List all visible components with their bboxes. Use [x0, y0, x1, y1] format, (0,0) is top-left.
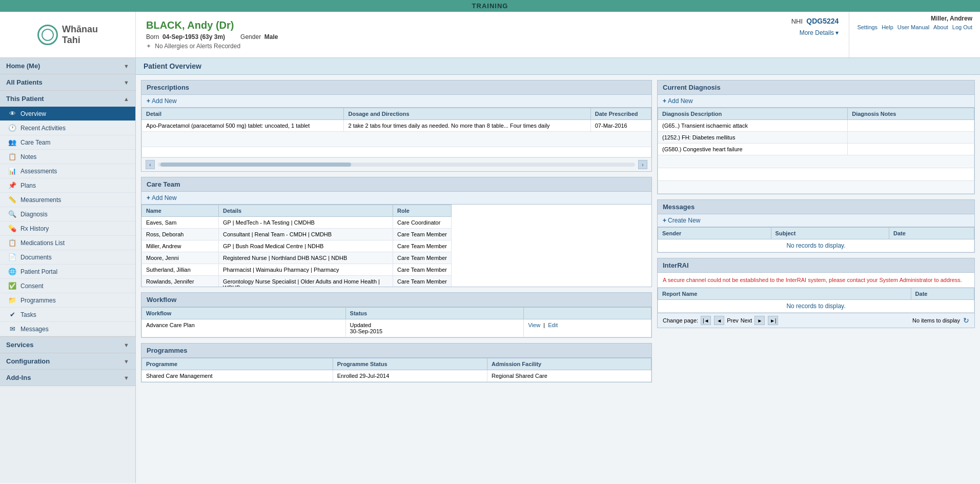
logout-link[interactable]: Log Out: [952, 24, 972, 30]
allergy-info: ✦ No Allergies or Alerts Recorded: [146, 43, 771, 50]
last-page-btn[interactable]: ►|: [768, 316, 778, 325]
sidebar-all-patients-label: All Patients: [6, 78, 43, 86]
refresh-btn[interactable]: ↻: [963, 316, 969, 325]
workflow-col-actions: [524, 308, 651, 319]
prev-page-btn[interactable]: ◄: [714, 316, 724, 325]
prog-facility: Regional Shared Care: [487, 370, 651, 382]
sidebar-item-notes[interactable]: 📋 Notes: [0, 150, 135, 164]
diagnosis-table: Diagnosis Description Diagnosis Notes (G…: [658, 108, 974, 194]
diag-col-notes: Diagnosis Notes: [848, 108, 974, 120]
sidebar-item-medications-list[interactable]: 📋 Medications List: [0, 236, 135, 250]
sidebar-item-measurements[interactable]: 📏 Measurements: [0, 193, 135, 207]
user-name: Miller, Andrew: [931, 15, 972, 22]
sidebar-home-header[interactable]: Home (Me) ▼: [0, 58, 135, 74]
about-link[interactable]: About: [933, 24, 948, 30]
prev-label: Prev: [727, 317, 739, 324]
patient-details: Born 04-Sep-1953 (63y 3m) Gender Male: [146, 33, 771, 41]
table-row-empty: [142, 132, 651, 147]
nhi-area: NHI QDG5224 More Details ▾: [781, 12, 849, 57]
services-expand-icon: ▼: [124, 342, 129, 348]
configuration-expand-icon: ▼: [124, 358, 129, 365]
interrai-error-msg: A secure channel could not be establishe…: [658, 273, 974, 288]
ct-details-4: Pharmacist | Waimauku Pharmacy | Pharmac…: [219, 264, 393, 276]
sidebar-item-overview[interactable]: 👁 Overview: [0, 107, 135, 121]
sidebar-item-rx-history[interactable]: 💊 Rx History: [0, 221, 135, 236]
gender-value: Male: [264, 33, 278, 41]
gender-info: Gender Male: [240, 33, 278, 41]
messages-add-bar: + Create New: [658, 214, 974, 227]
sidebar-item-care-team[interactable]: 👥 Care Team: [0, 135, 135, 150]
all-patients-expand-icon: ▼: [124, 79, 129, 86]
sidebar-item-messages[interactable]: ✉ Messages: [0, 322, 135, 336]
sidebar-item-label-medications: Medications List: [21, 239, 65, 247]
diagnosis-panel: Current Diagnosis + Add New Diagnosis De…: [657, 80, 975, 194]
user-area: Miller, Andrew Settings Help User Manual…: [849, 12, 980, 57]
sidebar-item-recent-activities[interactable]: 🕐 Recent Activities: [0, 121, 135, 135]
sidebar-this-patient-header[interactable]: This Patient ▲: [0, 91, 135, 107]
sidebar-item-tasks[interactable]: ✔ Tasks: [0, 308, 135, 322]
scroll-left-btn[interactable]: ‹: [146, 160, 155, 169]
first-page-btn[interactable]: |◄: [701, 316, 711, 325]
sidebar-item-programmes[interactable]: 📁 Programmes: [0, 293, 135, 308]
diagnosis-add-label: Add New: [668, 97, 693, 105]
sidebar-item-label-recent: Recent Activities: [21, 125, 66, 132]
diag-desc-0: (G65..) Transient ischaemic attack: [658, 120, 848, 132]
table-row: (G580.) Congestive heart failure: [658, 144, 974, 155]
diag-desc-2: (G580.) Congestive heart failure: [658, 144, 848, 155]
sidebar-item-assessments[interactable]: 📊 Assessments: [0, 164, 135, 178]
workflow-panel: Workflow Workflow Status Advance Care Pl: [141, 292, 652, 338]
sidebar-item-patient-portal[interactable]: 🌐 Patient Portal: [0, 265, 135, 279]
edit-link[interactable]: Edit: [548, 322, 558, 328]
table-row-empty2: [658, 168, 974, 181]
assessments-icon: 📊: [8, 167, 16, 175]
sidebar-add-ins-header[interactable]: Add-Ins ▼: [0, 370, 135, 386]
settings-link[interactable]: Settings: [857, 24, 877, 30]
sidebar-all-patients-header[interactable]: All Patients ▼: [0, 74, 135, 90]
ct-name-2: Miller, Andrew: [142, 240, 219, 252]
table-row-empty3: [658, 181, 974, 194]
header: Whānau Tahi BLACK, Andy (Dr) Born 04-Sep…: [0, 12, 980, 58]
care-team-add-new-btn[interactable]: + Add New: [147, 194, 177, 201]
prog-status: Enrolled 29-Jul-2014: [333, 370, 487, 382]
help-link[interactable]: Help: [882, 24, 893, 30]
sidebar-configuration-label: Configuration: [6, 357, 50, 365]
overview-icon: 👁: [8, 110, 16, 117]
more-details-link[interactable]: More Details ▾: [800, 29, 839, 36]
sidebar-item-diagnosis[interactable]: 🔍 Diagnosis: [0, 207, 135, 221]
ct-name-0: Eaves, Sam: [142, 217, 219, 229]
messages-plus-icon: +: [663, 217, 666, 224]
born-value: 04-Sep-1953 (63y 3m): [162, 33, 225, 41]
diagnosis-add-new-btn[interactable]: + Add New: [663, 97, 693, 105]
care-team-col-name: Name: [142, 205, 219, 217]
add-ins-expand-icon: ▼: [124, 375, 129, 381]
messages-create-new-btn[interactable]: + Create New: [663, 217, 700, 224]
sidebar-item-documents[interactable]: 📄 Documents: [0, 250, 135, 265]
workflow-col-workflow: Workflow: [142, 308, 346, 319]
user-manual-link[interactable]: User Manual: [897, 24, 929, 30]
scroll-right-btn[interactable]: ›: [638, 160, 647, 169]
prescriptions-add-new-btn[interactable]: + Add New: [147, 97, 177, 105]
messages-panel: Messages + Create New Sender Subject: [657, 199, 975, 253]
diagnosis-header: Current Diagnosis: [658, 80, 974, 95]
sidebar-item-consent[interactable]: ✅ Consent: [0, 279, 135, 293]
sidebar-services-header[interactable]: Services ▼: [0, 337, 135, 353]
sidebar-item-label-consent: Consent: [21, 283, 44, 290]
sidebar-item-plans[interactable]: 📌 Plans: [0, 178, 135, 193]
prescriptions-col-date: Date Prescribed: [590, 108, 651, 120]
sidebar-section-home: Home (Me) ▼: [0, 58, 135, 74]
rx-date: 07-Mar-2016: [590, 120, 651, 132]
sidebar-section-this-patient: This Patient ▲ 👁 Overview 🕐 Recent Activ…: [0, 91, 135, 337]
table-row-no-records: No records to display.: [658, 300, 974, 313]
care-team-add-bar: + Add New: [141, 192, 651, 205]
prescriptions-col-detail: Detail: [142, 108, 344, 120]
table-row: Apo-Paracetamol (paracetamol 500 mg) tab…: [142, 120, 651, 132]
sidebar-configuration-header[interactable]: Configuration ▼: [0, 353, 135, 369]
view-link[interactable]: View: [528, 322, 540, 328]
prescriptions-scrollbar: ‹ ›: [141, 157, 651, 171]
diag-notes-1: [848, 132, 974, 144]
next-page-btn[interactable]: ►: [754, 316, 765, 325]
plus-icon: +: [147, 97, 150, 105]
workflow-table: Workflow Status Advance Care Plan Update…: [141, 307, 651, 337]
measurements-icon: 📏: [8, 196, 16, 204]
rx-detail: Apo-Paracetamol (paracetamol 500 mg) tab…: [142, 120, 344, 132]
